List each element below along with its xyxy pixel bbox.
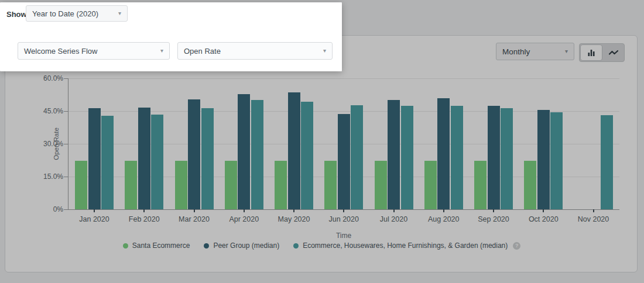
date-range-dropdown[interactable]: Year to Date (2020) ▾ <box>26 5 128 22</box>
benchmarks-page: Monthly ▾ Open Rate 0%15.0%30.0%45.0%60.… <box>0 0 644 283</box>
dim-overlay <box>342 0 644 71</box>
flow-dropdown[interactable]: Welcome Series Flow ▾ <box>18 42 170 60</box>
caret-down-icon: ▾ <box>160 48 163 54</box>
caret-down-icon: ▾ <box>118 11 121 16</box>
tour-spotlight-panel: Show: Year to Date (2020) ▾ Welcome Seri… <box>0 2 342 71</box>
flow-dropdown-value: Welcome Series Flow <box>24 47 97 56</box>
dim-overlay <box>0 71 644 283</box>
metric-dropdown[interactable]: Open Rate ▾ <box>177 42 333 60</box>
metric-dropdown-value: Open Rate <box>184 47 221 56</box>
date-range-dropdown-value: Year to Date (2020) <box>32 9 98 18</box>
caret-down-icon: ▾ <box>323 48 326 54</box>
